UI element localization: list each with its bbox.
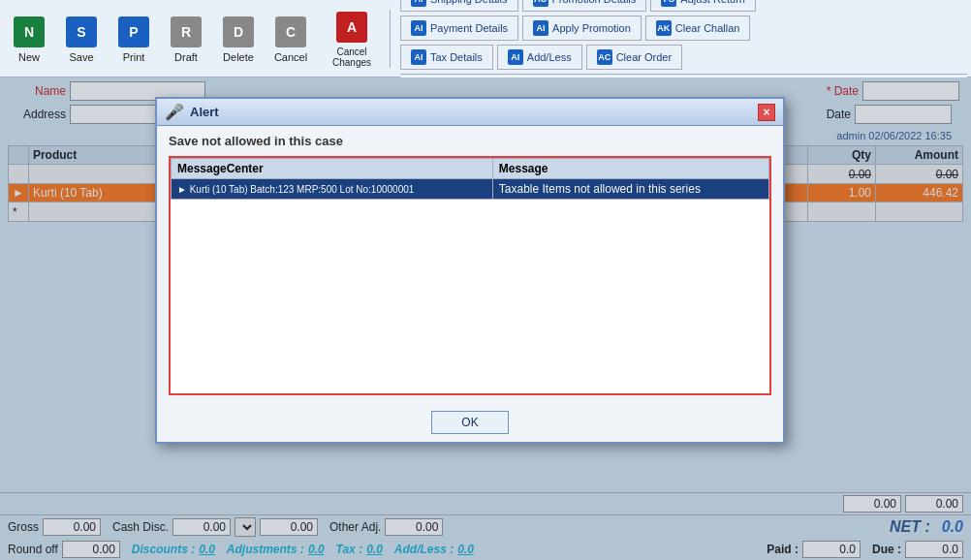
adjust-return-label: Adjust Return xyxy=(680,0,745,5)
dialog-subtitle: Save not allowed in this case xyxy=(169,134,771,148)
save-icon: S xyxy=(66,16,97,47)
new-icon: N xyxy=(14,16,45,47)
toolbar-left: N New S Save P Print R Draft D Delete C … xyxy=(4,4,392,74)
delete-button[interactable]: D Delete xyxy=(213,4,264,74)
toolbar-top-row2: AI Payment Details AI Apply Promotion AK… xyxy=(400,16,750,41)
toolbar-top-row3: AI Tax Details AI Add/Less AC Clear Orde… xyxy=(400,45,682,70)
cancel-icon: C xyxy=(275,16,306,47)
dialog-ok-button[interactable]: OK xyxy=(431,411,508,434)
print-icon: P xyxy=(118,16,149,47)
dialog-body: Save not allowed in this case MessageCen… xyxy=(157,126,783,403)
row-indicator: ► xyxy=(177,184,190,195)
main-area: Name Address * Date Date admin 02/06/202… xyxy=(0,78,971,560)
apply-promotion-button[interactable]: AI Apply Promotion xyxy=(522,16,642,41)
payment-label: Payment Details xyxy=(430,22,508,34)
clear-order-button[interactable]: AC Clear Order xyxy=(586,45,682,70)
tax-label: Tax Details xyxy=(430,51,483,63)
print-button[interactable]: P Print xyxy=(109,4,159,74)
cancel-button[interactable]: C Cancel xyxy=(266,4,316,74)
ok-label: OK xyxy=(461,416,478,429)
row-key-text: Kurti (10 Tab) Batch:123 MRP:500 Lot No:… xyxy=(190,184,415,195)
new-label: New xyxy=(18,51,40,63)
draft-button[interactable]: R Draft xyxy=(161,4,211,74)
delete-icon: D xyxy=(223,16,254,47)
apply-promo-label: Apply Promotion xyxy=(552,22,631,34)
promotion-details-label: Promotion Details xyxy=(552,0,637,5)
dialog-spacer xyxy=(171,200,769,393)
adjust-return-icon: FS xyxy=(661,0,676,7)
cancel-changes-icon: A xyxy=(336,12,367,43)
dialog-title: 🎤 Alert xyxy=(165,103,219,121)
promotion-details-icon: AC xyxy=(533,0,548,7)
toolbar-top-row1: AI Shipping Details AC Promotion Details… xyxy=(400,0,756,12)
col-message-center: MessageCenter xyxy=(172,159,493,179)
dialog-table-row[interactable]: ► Kurti (10 Tab) Batch:123 MRP:500 Lot N… xyxy=(172,179,769,200)
apply-promo-icon: AI xyxy=(533,20,548,36)
shipping-label: Shipping Details xyxy=(430,0,508,5)
draft-icon: R xyxy=(171,16,202,47)
alert-dialog: 🎤 Alert × Save not allowed in this case … xyxy=(155,97,785,444)
dialog-titlebar: 🎤 Alert × xyxy=(157,99,783,126)
dialog-footer: OK xyxy=(157,403,783,442)
adjust-return-button[interactable]: FS Adjust Return xyxy=(650,0,756,12)
delete-label: Delete xyxy=(223,51,254,63)
cancel-changes-button[interactable]: A Cancel Changes xyxy=(318,4,386,74)
clear-order-label: Clear Order xyxy=(616,51,672,63)
payment-details-button[interactable]: AI Payment Details xyxy=(400,16,518,41)
clear-challan-button[interactable]: AK Clear Challan xyxy=(645,16,751,41)
col-message: Message xyxy=(492,159,768,179)
dialog-overlay: 🎤 Alert × Save not allowed in this case … xyxy=(0,78,971,560)
toolbar: N New S Save P Print R Draft D Delete C … xyxy=(0,0,971,78)
shipping-icon: AI xyxy=(411,0,426,7)
clear-challan-label: Clear Challan xyxy=(675,22,740,34)
row-message: Taxable Items not allowed in this series xyxy=(492,179,768,200)
dialog-table-wrapper: MessageCenter Message ► Kurti (10 Tab) B… xyxy=(169,156,771,395)
print-label: Print xyxy=(123,51,145,63)
cancel-changes-label: Cancel Changes xyxy=(319,47,385,68)
clear-order-icon: AC xyxy=(597,49,612,65)
add-less-label: Add/Less xyxy=(527,51,572,63)
close-icon: × xyxy=(763,106,769,119)
promotion-details-button[interactable]: AC Promotion Details xyxy=(522,0,647,12)
shipping-details-button[interactable]: AI Shipping Details xyxy=(400,0,518,12)
new-button[interactable]: N New xyxy=(4,4,54,74)
save-button[interactable]: S Save xyxy=(56,4,107,74)
add-less-icon: AI xyxy=(508,49,523,65)
dialog-close-button[interactable]: × xyxy=(758,104,775,121)
tax-icon: AI xyxy=(411,49,426,65)
add-less-button[interactable]: AI Add/Less xyxy=(497,45,582,70)
payment-icon: AI xyxy=(411,20,426,36)
tax-details-button[interactable]: AI Tax Details xyxy=(400,45,493,70)
clear-challan-icon: AK xyxy=(656,20,672,36)
row-key: ► Kurti (10 Tab) Batch:123 MRP:500 Lot N… xyxy=(172,179,493,200)
dialog-title-text: Alert xyxy=(190,105,219,119)
dialog-table: MessageCenter Message ► Kurti (10 Tab) B… xyxy=(171,158,769,200)
save-label: Save xyxy=(69,51,93,63)
cancel-label: Cancel xyxy=(274,51,307,63)
alert-icon: 🎤 xyxy=(165,103,184,121)
toolbar-divider xyxy=(390,10,391,68)
draft-label: Draft xyxy=(174,51,198,63)
